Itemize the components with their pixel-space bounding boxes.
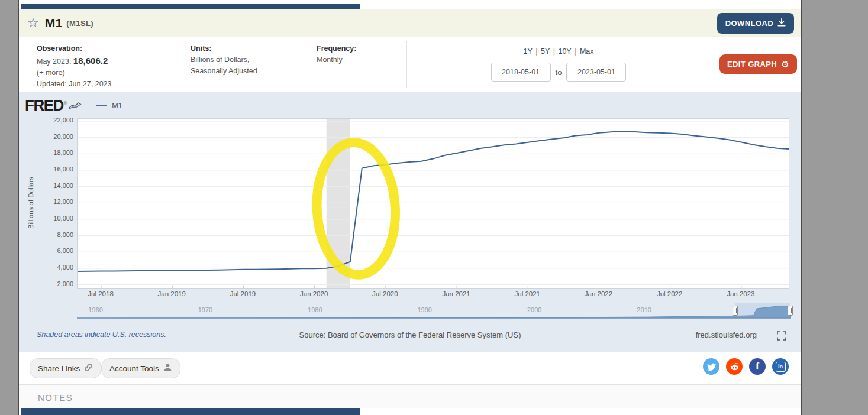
units-block: Units: Billions of Dollars, Seasonally A… — [191, 43, 257, 76]
chart-legend: M1 — [96, 102, 122, 110]
minimap-year-label: 1980 — [308, 306, 322, 313]
edit-graph-button[interactable]: EDIT GRAPH ⚙ — [719, 54, 797, 74]
units-line2: Seasonally Adjusted — [191, 66, 257, 77]
y-axis-title: Billions of Dollars — [27, 177, 34, 229]
edit-graph-label: EDIT GRAPH — [727, 60, 777, 69]
y-axis-tick: 22,000 — [43, 116, 73, 124]
fred-page: ☆ M1 (M1SL) DOWNLOAD Observation: May 20… — [18, 0, 802, 415]
account-tools-button[interactable]: Account Tools — [101, 358, 180, 378]
fred-logo[interactable]: FRED® — [25, 96, 66, 115]
y-axis-tick: 18,000 — [43, 149, 73, 156]
y-axis-tick: 8,000 — [43, 231, 73, 238]
range-link-5y[interactable]: 5Y — [540, 47, 551, 56]
series-id: (M1SL) — [66, 19, 93, 28]
minimap-year-label: 1970 — [198, 306, 212, 313]
screenshot-viewport: ☆ M1 (M1SL) DOWNLOAD Observation: May 20… — [0, 0, 868, 415]
divider — [185, 41, 185, 88]
range-link-1y[interactable]: 1Y — [522, 47, 533, 56]
range-separator: | — [573, 47, 579, 56]
share-links-button[interactable]: Share Links — [30, 358, 101, 378]
share-links-label: Share Links — [38, 364, 80, 373]
minimap-year-label: 2010 — [637, 306, 651, 313]
x-axis-tick: Jan 2023 — [727, 290, 754, 297]
minimap-handle-right[interactable] — [788, 306, 793, 316]
range-separator: | — [534, 47, 540, 56]
legend-line-swatch — [96, 105, 107, 106]
registered-mark: ® — [64, 100, 66, 106]
minimap-handle-left[interactable] — [733, 306, 738, 316]
x-axis-tick: Jul 2021 — [515, 290, 540, 297]
x-axis-tick: Jul 2022 — [657, 290, 682, 297]
updated-date: Updated: Jun 27, 2023 — [37, 79, 112, 90]
y-axis-tick: 12,000 — [43, 198, 73, 205]
frequency-value: Monthly — [317, 54, 356, 66]
x-axis-tick: Jan 2020 — [300, 290, 328, 297]
gear-icon: ⚙ — [781, 60, 789, 69]
units-line1: Billions of Dollars, — [191, 54, 257, 66]
series-header: ☆ M1 (M1SL) DOWNLOAD — [19, 9, 801, 37]
divider — [311, 41, 311, 88]
bottom-navy-bar — [21, 408, 360, 415]
graph-section: FRED® M1 Billions of Dollars 22,00020,00… — [19, 92, 801, 352]
top-navy-bar — [21, 4, 360, 9]
fred-logo-chart-icon — [68, 100, 82, 111]
date-to-label: to — [556, 68, 562, 77]
date-to-input[interactable] — [566, 63, 626, 82]
linkedin-icon[interactable]: in — [772, 358, 789, 375]
range-link-max[interactable]: Max — [579, 47, 595, 56]
favorite-star-icon[interactable]: ☆ — [27, 15, 39, 31]
y-axis-tick: 6,000 — [43, 247, 73, 254]
download-button-label: DOWNLOAD — [725, 19, 773, 28]
date-range-picker: to — [470, 63, 647, 82]
chart-source: Source: Board of Governors of the Federa… — [19, 330, 801, 339]
frequency-block: Frequency: Monthly — [317, 43, 356, 66]
x-axis-tick: Jul 2019 — [230, 290, 256, 297]
reddit-icon[interactable] — [726, 358, 743, 375]
y-axis-tick: 2,000 — [43, 280, 73, 287]
notes-section: NOTES — [19, 384, 801, 408]
legend-series-name: M1 — [112, 102, 122, 110]
x-axis-tick: Jul 2018 — [88, 290, 113, 297]
x-axis-tick: Jan 2021 — [442, 290, 470, 297]
account-tools-label: Account Tools — [109, 364, 159, 373]
range-separator: | — [551, 47, 557, 56]
date-from-input[interactable] — [491, 63, 551, 82]
series-meta-row: Observation: May 2023: 18,606.2 (+ more)… — [19, 37, 801, 92]
observation-date: May 2023: — [37, 57, 71, 66]
minimap-year-label: 2000 — [527, 306, 541, 313]
observation-label: Observation: — [37, 43, 112, 54]
x-axis-tick: Jan 2019 — [158, 290, 186, 297]
more-observations-link[interactable]: (+ more) — [37, 67, 112, 79]
link-icon — [84, 363, 93, 374]
observation-block: Observation: May 2023: 18,606.2 (+ more)… — [37, 43, 112, 90]
linkedin-in-glyph: in — [776, 362, 786, 372]
x-axis-tick: Jan 2022 — [585, 290, 612, 297]
download-icon — [777, 18, 786, 28]
range-link-10y[interactable]: 10Y — [557, 47, 572, 56]
units-label: Units: — [191, 43, 257, 54]
facebook-icon[interactable]: f — [749, 358, 766, 375]
graph-logo-row: FRED® M1 — [25, 96, 122, 115]
timeline-minimap[interactable]: 196019701980199020002010 — [77, 303, 791, 319]
frequency-label: Frequency: — [317, 43, 356, 54]
download-button[interactable]: DOWNLOAD — [717, 13, 794, 34]
twitter-icon[interactable] — [703, 358, 719, 375]
share-row: Share Links Account Tools f — [19, 352, 801, 384]
observation-line: May 2023: 18,606.2 — [37, 54, 112, 68]
page-title: M1 — [45, 16, 63, 30]
person-icon — [163, 363, 172, 374]
observation-value: 18,606.2 — [73, 56, 108, 66]
date-range-shortcuts: 1Y | 5Y | 10Y | Max — [470, 47, 647, 56]
y-axis-tick: 4,000 — [43, 264, 73, 271]
notes-title: NOTES — [38, 393, 73, 403]
facebook-f-glyph: f — [756, 361, 759, 372]
y-axis-tick: 10,000 — [43, 215, 73, 222]
fred-site-link[interactable]: fred.stlouisfed.org — [696, 330, 757, 339]
fullscreen-icon[interactable] — [777, 331, 786, 341]
y-axis-tick: 20,000 — [43, 133, 73, 140]
x-axis-tick: Jul 2020 — [372, 290, 398, 297]
y-axis-tick: 16,000 — [43, 166, 73, 173]
social-icons: f in — [703, 358, 789, 375]
chart-plot-area[interactable] — [77, 118, 789, 289]
divider — [406, 41, 407, 88]
